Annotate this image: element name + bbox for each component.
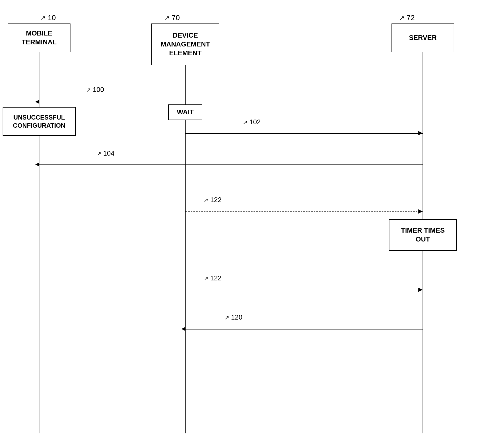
- ref-10: ↗ 10: [40, 14, 56, 22]
- wait-box: WAIT: [168, 104, 202, 120]
- unsuccessful-config-box: UNSUCCESSFULCONFIGURATION: [3, 107, 76, 136]
- ref-122b: ↗ 122: [204, 274, 222, 282]
- ref-104: ↗ 104: [97, 149, 115, 157]
- arrow-102: [186, 133, 423, 134]
- arrow-122b: [186, 290, 423, 290]
- arrowhead-102: [418, 131, 423, 135]
- ref-70: ↗ 70: [164, 14, 180, 22]
- device-management-box: DEVICEMANAGEMENTELEMENT: [151, 23, 219, 65]
- timer-times-out-box: TIMER TIMESOUT: [389, 219, 457, 251]
- lifeline-dme: [185, 65, 186, 433]
- arrowhead-122b: [418, 288, 423, 292]
- arrow-122a: [186, 211, 423, 212]
- arrowhead-100: [35, 100, 39, 104]
- arrow-100: [39, 102, 185, 102]
- ref-122a: ↗ 122: [204, 196, 222, 204]
- arrowhead-104: [35, 162, 39, 167]
- arrow-104: [39, 164, 423, 165]
- arrowhead-122a: [418, 209, 423, 214]
- server-box: SERVER: [392, 23, 454, 52]
- mobile-terminal-box: MOBILE TERMINAL: [8, 23, 70, 52]
- arrow-120: [186, 329, 423, 329]
- ref-72: ↗ 72: [399, 14, 415, 22]
- ref-102: ↗ 102: [243, 118, 261, 126]
- arrowhead-120: [181, 327, 186, 331]
- ref-100: ↗ 100: [86, 86, 104, 94]
- diagram: ↗ 10 ↗ 70 ↗ 72 MOBILE TERMINAL DEVICEMAN…: [0, 0, 504, 442]
- ref-120: ↗ 120: [224, 313, 242, 321]
